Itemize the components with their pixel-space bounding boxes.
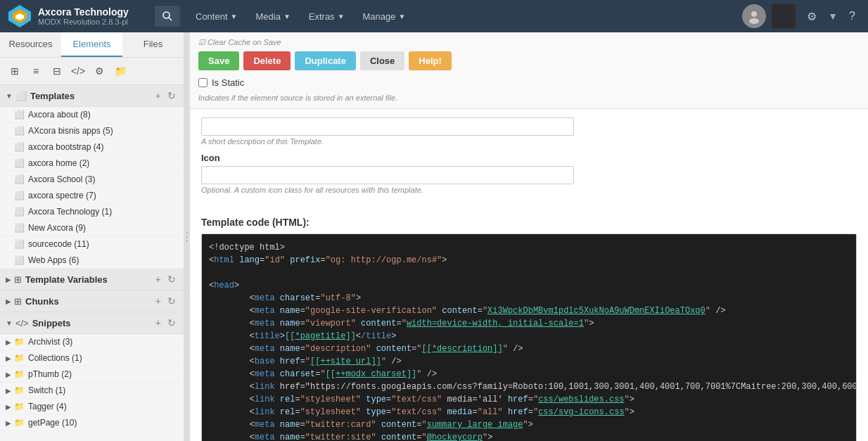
tv-refresh-btn[interactable]: ↻ [165,273,178,286]
is-static-row: Is Static [198,77,860,88]
getpage-collapse-icon: ▶ [6,419,11,427]
main-content: ☑ Clear Cache on Save Save Delete Duplic… [190,32,868,441]
tv-add-btn[interactable]: + [153,273,163,286]
chunks-refresh-btn[interactable]: ↻ [165,295,178,307]
view-list-icon[interactable]: ≡ [27,62,45,80]
snippets-icon: </> [15,318,29,328]
help-icon[interactable]: ? [843,6,861,27]
icon-input[interactable] [201,166,574,184]
template-variables-header[interactable]: ▶ ⊞ Template Variables + ↻ [0,269,184,290]
sidebar-tabs: Resources Elements Files [0,32,184,58]
chunks-header[interactable]: ▶ ⊞ Chunks + ↻ [0,290,184,312]
list-item[interactable]: ⬜ Axcora Technology (1) [0,204,184,220]
snippets-header[interactable]: ▼ </> Snippets + ↻ [0,312,184,334]
snippets-add-btn[interactable]: + [153,317,163,329]
avatar[interactable] [742,4,766,28]
main-layout: Resources Elements Files ⊞ ≡ ⊟ </> ⚙ 📁 ▼… [0,32,868,441]
user-icon [746,8,762,24]
extras-arrow-icon: ▼ [338,13,345,20]
tv-collapse-icon: ▶ [6,276,11,283]
nav-content[interactable]: Content ▼ [187,7,245,26]
arrow-icon[interactable]: ▼ [828,11,838,22]
list-item[interactable]: ⬜ axcora spectre (7) [0,188,184,204]
search-button[interactable] [155,6,180,27]
chunks-collapse-icon: ▶ [6,298,11,305]
list-item[interactable]: ⬜ AXcora bisnis apps (5) [0,123,184,139]
list-item[interactable]: ▶ 📁 pThumb (2) [0,366,184,383]
template-icon: ⬜ [14,126,25,136]
templates-header[interactable]: ▼ ⬜ Templates + ↻ [0,85,184,107]
description-input[interactable] [201,117,574,136]
code-editor[interactable]: <!doctype html> <html lang="id" prefix="… [201,234,857,441]
nav-manage[interactable]: Manage ▼ [355,7,414,26]
settings-icon[interactable]: ⚙ [90,62,108,80]
svg-line-4 [169,18,172,20]
template-icon: ⬜ [14,207,25,217]
tab-files[interactable]: Files [122,32,184,57]
snippets-refresh-btn[interactable]: ↻ [165,317,178,329]
template-icon: ⬜ [14,174,25,184]
list-item[interactable]: ⬜ axcora bootstrap (4) [0,139,184,155]
folder-icon: 📁 [14,418,25,428]
help-button[interactable]: Help! [409,51,452,70]
navbar-right: ⚙ ▼ ? [742,4,861,28]
description-hint: A short description of this Template. [201,137,857,146]
is-static-hint: Indicates if the element source is store… [198,92,860,103]
is-static-checkbox[interactable] [198,78,208,87]
chunks-add-btn[interactable]: + [153,295,163,307]
templates-add-btn[interactable]: + [153,89,163,102]
list-item[interactable]: ⬜ Web Apps (6) [0,253,184,269]
folder-icon: 📁 [14,402,25,411]
color-swatch[interactable] [772,4,796,28]
list-item[interactable]: ⬜ New Axcora (9) [0,220,184,236]
list-item[interactable]: ▶ 📁 Collections (1) [0,350,184,366]
pthumb-collapse-icon: ▶ [6,371,11,378]
sidebar-divider[interactable] [184,32,190,441]
list-item[interactable]: ▶ 📁 Archivist (3) [0,334,184,350]
nav-extras[interactable]: Extras ▼ [300,7,353,26]
template-icon: ⬜ [14,255,25,265]
nav-media[interactable]: Media ▼ [247,7,298,26]
folder-icon: 📁 [14,369,25,379]
save-button[interactable]: Save [198,51,239,70]
template-icon: ⬜ [14,191,25,200]
list-item[interactable]: ▶ 📁 getPage (10) [0,415,184,431]
tab-elements[interactable]: Elements [61,32,122,57]
snippets-actions: + ↻ [153,317,178,329]
duplicate-button[interactable]: Duplicate [295,51,356,70]
description-panel: A short description of this Template. Ic… [190,109,868,210]
snippets-collapse-icon: ▼ [6,319,13,327]
templates-collapse-icon: ▼ [6,92,13,100]
switch-collapse-icon: ▶ [6,387,11,395]
tagger-collapse-icon: ▶ [6,403,11,411]
media-arrow-icon: ▼ [283,13,291,20]
view-tiles-icon[interactable]: ⊟ [48,62,66,80]
list-item[interactable]: ⬜ sourcecode (11) [0,236,184,253]
list-item[interactable]: ⬜ Axcora about (8) [0,107,184,123]
settings-icon[interactable]: ⚙ [801,6,822,27]
folder-icon: 📁 [14,353,25,363]
view-grid-icon[interactable]: ⊞ [6,62,24,80]
chunks-section: ▶ ⊞ Chunks + ↻ [0,290,184,312]
chunks-icon: ⊞ [14,296,22,307]
description-group: A short description of this Template. [201,117,857,146]
list-item[interactable]: ▶ 📁 Switch (1) [0,383,184,399]
templates-actions: + ↻ [153,89,178,102]
tab-resources[interactable]: Resources [0,32,61,57]
folder-icon: 📁 [14,337,25,347]
list-item[interactable]: ▶ 📁 Tagger (4) [0,399,184,415]
collections-collapse-icon: ▶ [6,354,11,362]
sidebar: Resources Elements Files ⊞ ≡ ⊟ </> ⚙ 📁 ▼… [0,32,184,441]
folder-icon[interactable]: 📁 [111,62,129,80]
snippets-section: ▼ </> Snippets + ↻ ▶ 📁 Archivist (3) ▶ 📁… [0,312,184,431]
delete-button[interactable]: Delete [243,51,291,70]
template-icon: ⬜ [14,158,25,168]
list-item[interactable]: ⬜ axcora home (2) [0,155,184,172]
list-item[interactable]: ⬜ Axcora School (3) [0,172,184,188]
folder-icon: 📁 [14,385,25,395]
templates-refresh-btn[interactable]: ↻ [165,89,178,102]
templates-section: ▼ ⬜ Templates + ↻ ⬜ Axcora about (8) ⬜ A… [0,85,184,269]
chunks-actions: + ↻ [153,295,178,307]
close-button[interactable]: Close [360,51,404,70]
view-code-icon[interactable]: </> [69,62,87,80]
